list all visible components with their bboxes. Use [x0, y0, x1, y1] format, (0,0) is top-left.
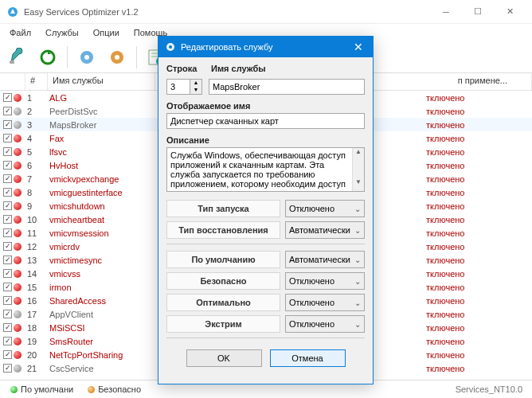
safe-combo[interactable]: Отключено [285, 272, 365, 290]
checkbox-icon[interactable] [3, 93, 12, 102]
tool-refresh-icon[interactable] [35, 45, 61, 70]
checkbox-icon[interactable] [3, 228, 12, 237]
row-num: 16 [25, 296, 48, 306]
checkbox-icon[interactable] [3, 215, 12, 224]
checkbox-icon[interactable] [3, 107, 12, 115]
service-name: vmicvmsession [48, 228, 155, 238]
optimal-label: Оптимально [166, 294, 280, 311]
recovery-label: Тип восстановления [166, 221, 280, 239]
row-num: 18 [25, 323, 48, 333]
desc-textarea[interactable]: Служба Windows, обеспечивающая доступ пр… [166, 147, 365, 192]
row-input[interactable] [166, 79, 190, 95]
status-dot-icon [14, 135, 22, 142]
row-num: 22 [25, 377, 48, 378]
row-num: 2 [25, 107, 48, 116]
dialog-title: Редактировать службу [181, 42, 273, 52]
status-dot-icon [14, 256, 22, 264]
checkbox-icon[interactable] [3, 134, 12, 142]
status-dot-icon [14, 94, 22, 102]
service-name: vmickvpexchange [48, 174, 155, 184]
row-num: 21 [25, 364, 48, 373]
close-icon[interactable]: ✕ [494, 1, 526, 23]
status-dot-icon [14, 351, 22, 359]
service-name: WpcMonSvc [48, 377, 155, 378]
checkbox-icon[interactable] [3, 296, 12, 305]
extreme-combo[interactable]: Отключено [285, 315, 365, 333]
row-num: 19 [25, 337, 48, 346]
service-name: CscService [48, 364, 155, 373]
extreme-label: Экстрим [166, 315, 280, 333]
tab-safe[interactable]: Безопасно [80, 382, 148, 396]
col-name[interactable]: Имя службы [48, 73, 155, 90]
status-dot-icon [14, 202, 22, 210]
service-name: HvHost [48, 161, 155, 170]
col-check[interactable] [0, 73, 25, 90]
service-name: ALG [48, 93, 155, 103]
svg-point-6 [115, 55, 119, 60]
dot-orange-icon [88, 386, 95, 393]
maximize-icon[interactable]: ☐ [462, 1, 494, 23]
display-label: Отображаемое имя [166, 101, 365, 111]
col-num[interactable]: # [25, 73, 48, 90]
recovery-combo[interactable]: Автоматически [285, 221, 365, 239]
row-num: 5 [25, 147, 48, 157]
checkbox-icon[interactable] [3, 310, 12, 318]
scroll-down-icon: ▼ [353, 178, 364, 189]
checkbox-icon[interactable] [3, 364, 12, 373]
checkbox-icon[interactable] [3, 242, 12, 251]
checkbox-icon[interactable] [3, 201, 12, 210]
name-label: Имя службы [211, 64, 365, 73]
checkbox-icon[interactable] [3, 256, 12, 264]
scroll-up-icon: ▲ [353, 148, 364, 159]
checkbox-icon[interactable] [3, 147, 12, 156]
startup-combo[interactable]: Отключено [285, 200, 365, 217]
dot-green-icon [10, 386, 18, 393]
row-spinner[interactable]: ▲▼ [166, 79, 202, 95]
tool-wrench-icon[interactable] [5, 45, 30, 70]
service-name: lfsvc [48, 147, 155, 157]
service-name: vmicvss [48, 269, 155, 279]
service-name: NetTcpPortSharing [48, 350, 155, 360]
titlebar: Easy Services Optimizer v1.2 ─ ☐ ✕ [0, 0, 532, 24]
row-num: 1 [25, 93, 48, 103]
status-dot-icon [14, 297, 22, 305]
window-title: Easy Services Optimizer v1.2 [24, 7, 430, 17]
dialog-titlebar[interactable]: Редактировать службу ✕ [158, 37, 373, 57]
default-label: По умолчанию [166, 251, 280, 268]
service-name: Fax [48, 134, 155, 143]
tool-gear-blue-icon[interactable] [74, 45, 100, 70]
scrollbar[interactable]: ▲▼ [352, 148, 364, 191]
default-combo[interactable]: Автоматически [285, 251, 365, 268]
spin-up-icon[interactable]: ▲ [190, 80, 201, 87]
menu-services[interactable]: Службы [39, 26, 85, 39]
row-num: 4 [25, 134, 48, 143]
service-name: MapsBroker [48, 120, 155, 130]
checkbox-icon[interactable] [3, 350, 12, 359]
checkbox-icon[interactable] [3, 283, 12, 291]
ok-button[interactable]: OK [186, 349, 262, 367]
checkbox-icon[interactable] [3, 174, 12, 183]
menu-options[interactable]: Опции [87, 26, 126, 39]
checkbox-icon[interactable] [3, 323, 12, 332]
menu-file[interactable]: Файл [3, 26, 37, 39]
status-dot-icon [14, 175, 22, 183]
svg-point-4 [84, 55, 89, 60]
tool-gear-orange-icon[interactable] [104, 45, 130, 70]
service-name: SmsRouter [48, 337, 155, 346]
row-label: Строка [166, 64, 205, 73]
service-name: vmicrdv [48, 242, 155, 252]
spin-down-icon[interactable]: ▼ [190, 87, 201, 94]
checkbox-icon[interactable] [3, 188, 12, 197]
checkbox-icon[interactable] [3, 269, 12, 278]
optimal-combo[interactable]: Отключено [285, 294, 365, 311]
display-input[interactable] [166, 113, 365, 129]
service-name: irmon [48, 283, 155, 292]
checkbox-icon[interactable] [3, 120, 12, 129]
cancel-button[interactable]: Отмена [270, 349, 346, 367]
dialog-close-icon[interactable]: ✕ [350, 41, 366, 53]
checkbox-icon[interactable] [3, 161, 12, 170]
tab-default[interactable]: По умолчани [3, 382, 80, 396]
name-input[interactable] [209, 79, 365, 95]
minimize-icon[interactable]: ─ [430, 1, 462, 23]
checkbox-icon[interactable] [3, 337, 12, 345]
